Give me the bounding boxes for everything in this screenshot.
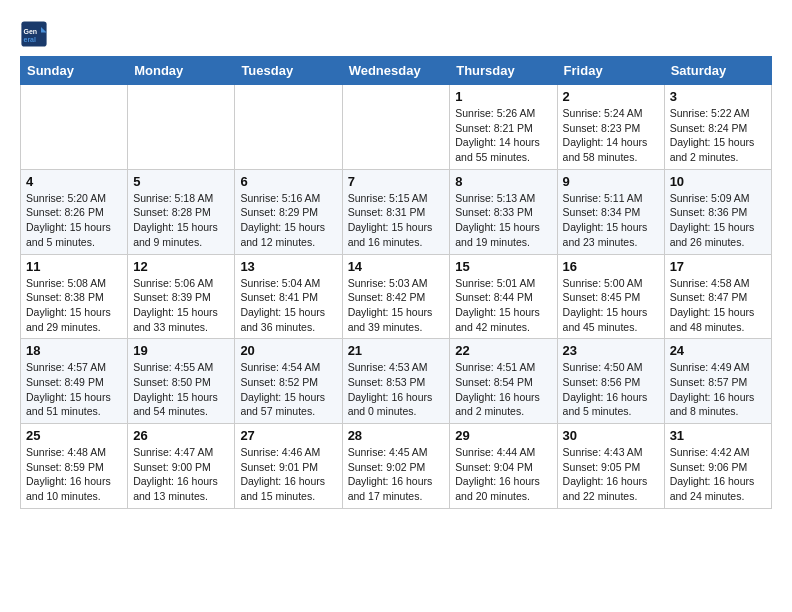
logo-icon: Gen eral bbox=[20, 20, 48, 48]
day-info: Sunrise: 4:42 AM Sunset: 9:06 PM Dayligh… bbox=[670, 445, 766, 504]
day-info: Sunrise: 5:26 AM Sunset: 8:21 PM Dayligh… bbox=[455, 106, 551, 165]
day-info: Sunrise: 5:01 AM Sunset: 8:44 PM Dayligh… bbox=[455, 276, 551, 335]
day-info: Sunrise: 5:09 AM Sunset: 8:36 PM Dayligh… bbox=[670, 191, 766, 250]
calendar-cell: 13 Sunrise: 5:04 AM Sunset: 8:41 PM Dayl… bbox=[235, 254, 342, 339]
calendar-cell: 21 Sunrise: 4:53 AM Sunset: 8:53 PM Dayl… bbox=[342, 339, 450, 424]
day-info: Sunrise: 4:55 AM Sunset: 8:50 PM Dayligh… bbox=[133, 360, 229, 419]
calendar-cell bbox=[342, 85, 450, 170]
calendar-week-1: 1 Sunrise: 5:26 AM Sunset: 8:21 PM Dayli… bbox=[21, 85, 772, 170]
day-info: Sunrise: 4:45 AM Sunset: 9:02 PM Dayligh… bbox=[348, 445, 445, 504]
logo: Gen eral bbox=[20, 20, 52, 48]
day-number: 28 bbox=[348, 428, 445, 443]
calendar-cell: 10 Sunrise: 5:09 AM Sunset: 8:36 PM Dayl… bbox=[664, 169, 771, 254]
day-number: 14 bbox=[348, 259, 445, 274]
calendar-week-4: 18 Sunrise: 4:57 AM Sunset: 8:49 PM Dayl… bbox=[21, 339, 772, 424]
day-number: 25 bbox=[26, 428, 122, 443]
calendar-cell: 29 Sunrise: 4:44 AM Sunset: 9:04 PM Dayl… bbox=[450, 424, 557, 509]
calendar-cell: 18 Sunrise: 4:57 AM Sunset: 8:49 PM Dayl… bbox=[21, 339, 128, 424]
day-info: Sunrise: 5:13 AM Sunset: 8:33 PM Dayligh… bbox=[455, 191, 551, 250]
day-info: Sunrise: 4:50 AM Sunset: 8:56 PM Dayligh… bbox=[563, 360, 659, 419]
calendar-cell: 11 Sunrise: 5:08 AM Sunset: 8:38 PM Dayl… bbox=[21, 254, 128, 339]
day-info: Sunrise: 4:51 AM Sunset: 8:54 PM Dayligh… bbox=[455, 360, 551, 419]
day-number: 3 bbox=[670, 89, 766, 104]
calendar-cell: 23 Sunrise: 4:50 AM Sunset: 8:56 PM Dayl… bbox=[557, 339, 664, 424]
weekday-header-friday: Friday bbox=[557, 57, 664, 85]
day-info: Sunrise: 4:49 AM Sunset: 8:57 PM Dayligh… bbox=[670, 360, 766, 419]
day-info: Sunrise: 5:11 AM Sunset: 8:34 PM Dayligh… bbox=[563, 191, 659, 250]
calendar-cell: 15 Sunrise: 5:01 AM Sunset: 8:44 PM Dayl… bbox=[450, 254, 557, 339]
day-number: 4 bbox=[26, 174, 122, 189]
day-number: 27 bbox=[240, 428, 336, 443]
calendar-week-5: 25 Sunrise: 4:48 AM Sunset: 8:59 PM Dayl… bbox=[21, 424, 772, 509]
day-number: 20 bbox=[240, 343, 336, 358]
day-info: Sunrise: 4:53 AM Sunset: 8:53 PM Dayligh… bbox=[348, 360, 445, 419]
day-number: 19 bbox=[133, 343, 229, 358]
calendar-cell: 2 Sunrise: 5:24 AM Sunset: 8:23 PM Dayli… bbox=[557, 85, 664, 170]
day-number: 8 bbox=[455, 174, 551, 189]
page-header: Gen eral bbox=[20, 20, 772, 48]
day-info: Sunrise: 5:06 AM Sunset: 8:39 PM Dayligh… bbox=[133, 276, 229, 335]
calendar-cell: 8 Sunrise: 5:13 AM Sunset: 8:33 PM Dayli… bbox=[450, 169, 557, 254]
calendar-cell bbox=[235, 85, 342, 170]
calendar-cell: 16 Sunrise: 5:00 AM Sunset: 8:45 PM Dayl… bbox=[557, 254, 664, 339]
calendar-cell: 22 Sunrise: 4:51 AM Sunset: 8:54 PM Dayl… bbox=[450, 339, 557, 424]
calendar-cell: 3 Sunrise: 5:22 AM Sunset: 8:24 PM Dayli… bbox=[664, 85, 771, 170]
calendar-cell: 31 Sunrise: 4:42 AM Sunset: 9:06 PM Dayl… bbox=[664, 424, 771, 509]
calendar-cell: 27 Sunrise: 4:46 AM Sunset: 9:01 PM Dayl… bbox=[235, 424, 342, 509]
day-number: 30 bbox=[563, 428, 659, 443]
calendar-cell: 4 Sunrise: 5:20 AM Sunset: 8:26 PM Dayli… bbox=[21, 169, 128, 254]
day-number: 16 bbox=[563, 259, 659, 274]
day-info: Sunrise: 4:58 AM Sunset: 8:47 PM Dayligh… bbox=[670, 276, 766, 335]
day-info: Sunrise: 4:47 AM Sunset: 9:00 PM Dayligh… bbox=[133, 445, 229, 504]
day-info: Sunrise: 5:20 AM Sunset: 8:26 PM Dayligh… bbox=[26, 191, 122, 250]
day-number: 29 bbox=[455, 428, 551, 443]
day-number: 6 bbox=[240, 174, 336, 189]
calendar-cell: 24 Sunrise: 4:49 AM Sunset: 8:57 PM Dayl… bbox=[664, 339, 771, 424]
calendar-header-row: SundayMondayTuesdayWednesdayThursdayFrid… bbox=[21, 57, 772, 85]
day-info: Sunrise: 5:16 AM Sunset: 8:29 PM Dayligh… bbox=[240, 191, 336, 250]
day-number: 2 bbox=[563, 89, 659, 104]
calendar-cell: 12 Sunrise: 5:06 AM Sunset: 8:39 PM Dayl… bbox=[128, 254, 235, 339]
weekday-header-saturday: Saturday bbox=[664, 57, 771, 85]
day-info: Sunrise: 4:43 AM Sunset: 9:05 PM Dayligh… bbox=[563, 445, 659, 504]
day-info: Sunrise: 5:22 AM Sunset: 8:24 PM Dayligh… bbox=[670, 106, 766, 165]
day-info: Sunrise: 5:03 AM Sunset: 8:42 PM Dayligh… bbox=[348, 276, 445, 335]
day-number: 18 bbox=[26, 343, 122, 358]
day-number: 7 bbox=[348, 174, 445, 189]
calendar-cell: 5 Sunrise: 5:18 AM Sunset: 8:28 PM Dayli… bbox=[128, 169, 235, 254]
calendar-cell: 9 Sunrise: 5:11 AM Sunset: 8:34 PM Dayli… bbox=[557, 169, 664, 254]
day-info: Sunrise: 5:18 AM Sunset: 8:28 PM Dayligh… bbox=[133, 191, 229, 250]
day-info: Sunrise: 5:04 AM Sunset: 8:41 PM Dayligh… bbox=[240, 276, 336, 335]
day-info: Sunrise: 5:15 AM Sunset: 8:31 PM Dayligh… bbox=[348, 191, 445, 250]
calendar-cell bbox=[21, 85, 128, 170]
day-number: 26 bbox=[133, 428, 229, 443]
calendar-cell: 30 Sunrise: 4:43 AM Sunset: 9:05 PM Dayl… bbox=[557, 424, 664, 509]
calendar-cell: 7 Sunrise: 5:15 AM Sunset: 8:31 PM Dayli… bbox=[342, 169, 450, 254]
day-number: 11 bbox=[26, 259, 122, 274]
day-number: 10 bbox=[670, 174, 766, 189]
calendar-cell: 28 Sunrise: 4:45 AM Sunset: 9:02 PM Dayl… bbox=[342, 424, 450, 509]
calendar-cell: 20 Sunrise: 4:54 AM Sunset: 8:52 PM Dayl… bbox=[235, 339, 342, 424]
calendar-cell bbox=[128, 85, 235, 170]
day-number: 24 bbox=[670, 343, 766, 358]
day-info: Sunrise: 4:57 AM Sunset: 8:49 PM Dayligh… bbox=[26, 360, 122, 419]
weekday-header-thursday: Thursday bbox=[450, 57, 557, 85]
weekday-header-monday: Monday bbox=[128, 57, 235, 85]
day-number: 1 bbox=[455, 89, 551, 104]
day-info: Sunrise: 4:46 AM Sunset: 9:01 PM Dayligh… bbox=[240, 445, 336, 504]
day-info: Sunrise: 4:48 AM Sunset: 8:59 PM Dayligh… bbox=[26, 445, 122, 504]
day-number: 5 bbox=[133, 174, 229, 189]
day-number: 15 bbox=[455, 259, 551, 274]
day-number: 17 bbox=[670, 259, 766, 274]
day-number: 23 bbox=[563, 343, 659, 358]
day-info: Sunrise: 4:44 AM Sunset: 9:04 PM Dayligh… bbox=[455, 445, 551, 504]
weekday-header-sunday: Sunday bbox=[21, 57, 128, 85]
calendar-cell: 25 Sunrise: 4:48 AM Sunset: 8:59 PM Dayl… bbox=[21, 424, 128, 509]
svg-text:Gen: Gen bbox=[24, 28, 38, 35]
day-number: 22 bbox=[455, 343, 551, 358]
calendar-cell: 17 Sunrise: 4:58 AM Sunset: 8:47 PM Dayl… bbox=[664, 254, 771, 339]
weekday-header-wednesday: Wednesday bbox=[342, 57, 450, 85]
calendar-cell: 26 Sunrise: 4:47 AM Sunset: 9:00 PM Dayl… bbox=[128, 424, 235, 509]
calendar-cell: 1 Sunrise: 5:26 AM Sunset: 8:21 PM Dayli… bbox=[450, 85, 557, 170]
day-info: Sunrise: 5:08 AM Sunset: 8:38 PM Dayligh… bbox=[26, 276, 122, 335]
